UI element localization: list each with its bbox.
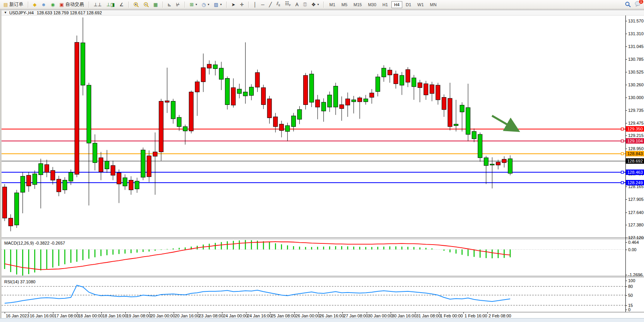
candlestick-button[interactable]: ⊥◨	[104, 1, 117, 8]
horizontal-line-button[interactable]: ─	[259, 1, 267, 8]
date-tick	[125, 312, 126, 313]
timeframe-h4[interactable]: H4	[391, 1, 402, 8]
date-tick	[53, 312, 53, 313]
timeframe-m5[interactable]: M5	[339, 1, 350, 8]
date-tick	[463, 312, 464, 313]
timeframe-m1[interactable]: M1	[326, 1, 338, 8]
price-tick	[625, 59, 627, 60]
date-tick	[198, 312, 198, 313]
chart-symbol-period: USDJPY-,H4	[9, 10, 34, 15]
date-label: 26 Jan 00:00	[296, 313, 320, 318]
fibonacci-button[interactable]: ☷F	[283, 0, 293, 9]
price-tick	[625, 238, 627, 238]
zoom-in-button[interactable]	[131, 1, 141, 9]
date-label: 30 Jan 16:00	[392, 313, 417, 318]
fibonacci-icon: ☷F	[285, 1, 291, 8]
text-label-button[interactable]: ⎅	[301, 1, 309, 8]
timeframe-h1[interactable]: H1	[380, 1, 391, 8]
level-handle[interactable]	[621, 182, 624, 184]
candlestick-icon: ⊥◨	[106, 2, 115, 7]
chart-area[interactable]: MACD(12,26,9) -0.3822 -0.2657 RSI(14) 37…	[2, 9, 644, 319]
search-icon[interactable]	[625, 2, 631, 7]
level-handle[interactable]	[621, 171, 624, 173]
vertical-line-button[interactable]: │	[251, 1, 259, 8]
profile-button[interactable]: ☻	[39, 1, 49, 8]
equidistant-channel-icon: ⫽E	[277, 1, 280, 8]
vertical-line-icon: │	[253, 2, 256, 7]
level-handle[interactable]	[621, 152, 624, 155]
date-tick	[342, 312, 343, 313]
date-tick	[174, 312, 174, 313]
arrows-icon: ✥	[311, 2, 315, 7]
equidistant-channel-button[interactable]: ⫽E	[274, 0, 283, 9]
price-axis-border	[625, 15, 626, 312]
indicator-list-button[interactable]: ⊬	[174, 1, 182, 8]
level-handle[interactable]	[621, 128, 624, 130]
autotrading-button[interactable]: ▣ 自动交易	[57, 0, 86, 9]
trendline-icon: ╱	[269, 2, 272, 7]
date-tick	[5, 312, 5, 313]
price-tick	[625, 110, 627, 111]
level-badge-129.350: 129.350	[626, 126, 644, 132]
market-watch-button[interactable]: ◆	[31, 1, 39, 8]
date-label: 24 Jan 16:00	[247, 313, 272, 318]
zoom-in-icon	[133, 2, 139, 7]
arrows-button[interactable]: ✥▾	[309, 1, 321, 8]
window-menu-icon[interactable]: ▼	[4, 11, 7, 14]
date-tick	[246, 312, 246, 313]
date-label: 2 Feb 08:00	[489, 313, 511, 318]
text-button[interactable]: A	[293, 1, 301, 8]
date-label: 30 Jan 00:00	[368, 313, 393, 318]
date-label: 18 Jan 16:00	[102, 313, 127, 318]
cursor-button[interactable]: ➤	[229, 1, 237, 8]
chat-button[interactable]: 1	[635, 1, 641, 8]
price-label: 130.260	[628, 82, 644, 87]
profile-icon: ☻	[41, 2, 46, 7]
zoom-out-button[interactable]	[141, 1, 151, 9]
text-label-icon: ⎅	[303, 2, 307, 7]
price-label: 131.045	[628, 44, 644, 49]
rsi-0-label: 0	[628, 307, 630, 312]
market-watch-icon: ◆	[33, 2, 36, 7]
trendline-button[interactable]: ╱	[266, 1, 274, 8]
timeframe-d1[interactable]: D1	[403, 1, 414, 8]
rsi-80-label: 80	[628, 284, 633, 289]
price-label: 130.785	[628, 57, 644, 62]
new-order-button[interactable]: ▤ 新订单	[1, 0, 26, 9]
main-toolbar: ▤ 新订单 ◆ ☻ ◉ ▣ 自动交易 ⊥⊥ ⊥◨ ∠ ▦ ⊾ ⊬ ⊞▾ ◷▾ ▨	[0, 0, 644, 9]
rsi-pane-top-border[interactable]	[2, 277, 644, 277]
signal-button[interactable]: ◉	[48, 1, 57, 8]
drawn-arrow[interactable]	[492, 116, 517, 130]
bar-chart-button[interactable]: ⊥⊥	[91, 1, 104, 8]
new-chart-button[interactable]: ⊞▾	[187, 1, 199, 8]
rsi-50-label: 50	[628, 293, 633, 298]
date-tick	[415, 312, 415, 313]
price-label: 127.905	[628, 197, 644, 202]
timeframe-m30[interactable]: M30	[365, 1, 379, 8]
chart-title-bar[interactable]: ▼ USDJPY-,H4 128.633 128.759 128.617 128…	[2, 10, 644, 15]
new-order-label: 新订单	[9, 1, 23, 8]
crosshair-icon: ✛	[240, 2, 244, 7]
macd-pane-top-border[interactable]	[2, 239, 644, 239]
date-label: 25 Jan 08:00	[271, 313, 296, 318]
rsi-line	[5, 285, 510, 303]
horizontal-line-icon: ─	[261, 2, 265, 7]
date-tick	[367, 312, 367, 313]
date-label: 24 Jan 00:00	[223, 313, 248, 318]
level-badge-129.104: 129.104	[626, 138, 644, 144]
notification-badge: 1	[639, 0, 644, 4]
tile-windows-button[interactable]: ▦	[151, 1, 160, 8]
crosshair-button[interactable]: ✛	[237, 1, 246, 8]
timeframe-w1[interactable]: W1	[415, 1, 427, 8]
price-label: 131.310	[628, 31, 644, 36]
indicators-button[interactable]: ⊾	[165, 1, 174, 8]
template-button[interactable]: ▨▾	[212, 1, 224, 8]
period-button[interactable]: ◷▾	[199, 1, 212, 8]
timeframe-m15[interactable]: M15	[351, 1, 364, 8]
level-handle[interactable]	[621, 140, 624, 142]
line-chart-button[interactable]: ∠	[117, 1, 126, 8]
price-tick	[625, 212, 627, 213]
new-order-icon: ▤	[3, 2, 8, 7]
candlestick-chart[interactable]	[2, 9, 644, 319]
timeframe-mn[interactable]: MN	[427, 1, 439, 8]
